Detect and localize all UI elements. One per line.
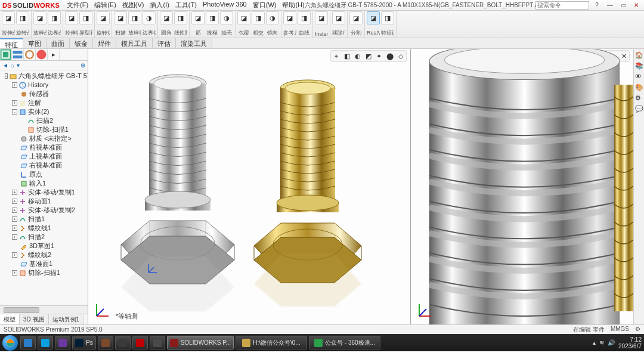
ribbon-button[interactable]: ◨ [48,11,61,24]
hud-hide-icon[interactable]: ◇ [396,51,405,61]
taskbar-item[interactable] [98,336,113,349]
ribbon-button[interactable]: ◨ [298,11,311,24]
tree-node[interactable]: +移动面1 [2,197,86,206]
tree-node[interactable]: +注解 [2,98,86,107]
cm-tab[interactable]: 特征 [0,38,23,48]
cm-tab[interactable]: 评估 [153,38,176,48]
ribbon-button[interactable]: ◨ [252,11,265,24]
tree-node[interactable]: +螺纹线2 [2,250,86,259]
tray-chevron-icon[interactable]: ▴ [593,339,596,346]
ribbon-button[interactable]: ◪ [237,11,250,24]
status-gear-icon[interactable]: ⚙ [635,326,640,334]
panel-scrollbar-h[interactable] [0,305,88,314]
menu-edit[interactable]: 编辑(E) [94,1,116,10]
tree-twisty[interactable]: + [12,199,17,204]
ribbon-button[interactable]: ◪ [97,11,110,24]
help-icon[interactable]: ? [592,1,602,10]
taskbar-item[interactable] [55,336,70,349]
ribbon-button[interactable]: ◪ [367,11,380,24]
tree-node[interactable]: +切除-扫描1 [2,268,86,277]
ribbon-button[interactable]: ◨ [206,11,219,24]
tree-node[interactable]: 切除-扫描1 [2,125,86,134]
ribbon-button[interactable]: ◪ [332,11,345,24]
tab-featuretree[interactable] [0,49,12,60]
tree-twisty[interactable]: + [12,270,17,276]
menu-window[interactable]: 窗口(W) [253,1,277,10]
tray-vol-icon[interactable]: 🔊 [608,339,615,346]
tree-twisty[interactable]: + [12,190,17,195]
tree-node[interactable]: +实体-移动/复制2 [2,206,86,215]
hud-appear-icon[interactable]: ⬤ [385,51,395,61]
cm-tab[interactable]: 草图 [23,38,47,48]
tree-node[interactable]: 前视基准面 [2,143,86,152]
tree-twisty[interactable]: + [12,208,17,213]
tree-node[interactable]: -实体(2) [2,107,86,116]
ribbon-button[interactable]: ◑ [266,11,279,24]
ribbon-button[interactable]: ◪ [2,11,15,24]
hud-section-icon[interactable]: ◩ [364,51,373,61]
tab-3dview[interactable]: 3D 视图 [20,314,49,324]
taskbar-item[interactable] [38,336,53,349]
ribbon-button[interactable]: ◪ [160,11,173,24]
ribbon-button[interactable]: ◪ [191,11,205,24]
status-units[interactable]: MMGS [611,326,629,334]
tree-node[interactable]: +螺纹线1 [2,224,86,233]
menu-insert[interactable]: 插入(I) [150,1,169,10]
ribbon-button[interactable]: ◨ [174,11,187,24]
panel-back-icon[interactable]: ◄ [2,62,8,69]
view-right[interactable]: ⌖ ◧ ◐ ◩ ✦ ⬤ ◇ — ▭ ✕ 🏠 📚 👁 🎨 ⚙ 💬 [411,49,644,324]
view-triad[interactable] [92,301,112,321]
tree-twisty[interactable]: + [12,234,17,240]
panel-filter-icon[interactable]: ▾ [17,62,20,69]
menu-view[interactable]: 视图(V) [122,1,144,10]
view-triad[interactable] [414,301,435,321]
tree-node[interactable]: 原点 [2,170,86,179]
ribbon-button[interactable]: ◑ [143,11,156,24]
tree-node[interactable]: 右视基准面 [2,161,86,170]
view-left[interactable]: ⌖ ◧ ◐ ◩ ✦ ⬤ ◇ [88,49,411,324]
tree-twisty[interactable]: - [12,109,17,115]
hud-orient-icon[interactable]: ◧ [342,51,352,61]
cm-tab[interactable]: 模具工具 [116,38,153,48]
ribbon-button[interactable]: ◪ [283,11,296,24]
graphics-area[interactable]: ⌖ ◧ ◐ ◩ ✦ ⬤ ◇ [88,49,644,324]
tab-motion[interactable]: 运动算例1 [49,314,84,324]
cm-tab[interactable]: 曲面 [47,38,70,48]
feature-tree[interactable]: -六角头螺栓细牙 GB-T 5785-2000 - A M+History传感器… [0,70,88,305]
tree-node[interactable]: 基准面1 [2,259,86,268]
ribbon-button[interactable]: ◨ [79,11,92,24]
minimize-button[interactable]: — [605,1,615,10]
tray-net-icon[interactable]: ≋ [599,339,604,346]
tree-node[interactable]: 扫描2 [2,116,86,125]
command-search[interactable] [535,1,589,10]
cm-tab[interactable]: 焊件 [93,38,116,48]
maximize-button[interactable]: ▭ [618,1,628,10]
ribbon-button[interactable]: ◪ [33,11,47,24]
close-button[interactable]: ✕ [631,1,642,10]
hud-style-icon[interactable]: ◐ [353,51,363,61]
taskbar-item[interactable]: H:\微信公众号\0... [236,336,307,349]
ribbon-button[interactable]: ◪ [114,11,127,24]
taskbar-item[interactable] [20,336,36,349]
menu-file[interactable]: 文件(F) [67,1,88,10]
ribbon-button[interactable]: ◑ [220,11,233,24]
tree-twisty[interactable]: + [12,216,17,222]
tab-property[interactable] [12,49,24,60]
cm-tab[interactable]: 渲染工具 [176,38,212,48]
tab-display[interactable] [36,49,48,60]
taskbar-item[interactable] [150,336,165,349]
tree-twisty[interactable]: + [12,225,17,231]
taskbar-item[interactable]: SOLIDWORKS P... [167,336,234,349]
tree-node[interactable]: 材质 <未指定> [2,134,86,143]
tree-node[interactable]: 传感器 [2,89,86,98]
cm-tab[interactable]: 钣金 [70,38,93,48]
tree-node[interactable]: -六角头螺栓细牙 GB-T 5785-2000 - A M [2,72,86,81]
panel-expand[interactable]: ▸ [48,49,60,60]
tree-node[interactable]: 上视基准面 [2,152,86,161]
tree-node[interactable]: 3D草图1 [2,242,86,250]
tree-twisty[interactable]: + [12,82,17,88]
panel-tree-icon[interactable]: ⌂ [11,62,14,69]
tree-node[interactable]: 输入1 [2,179,86,188]
tree-node[interactable]: +实体-移动/复制1 [2,188,86,197]
hud-scene-icon[interactable]: ✦ [374,51,384,61]
